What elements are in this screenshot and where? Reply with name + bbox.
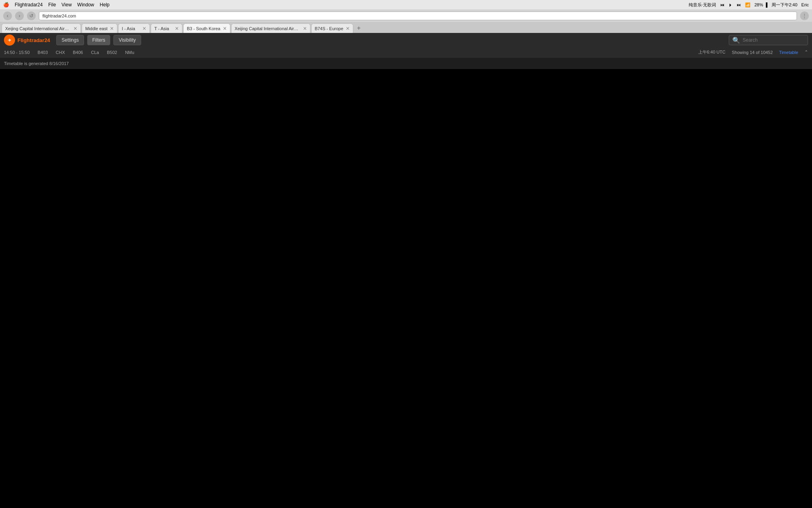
- bottom-bar: 14:50 - 15:50 B403 CHX B406 CLa B502 NMu…: [0, 47, 812, 57]
- help-menu[interactable]: Help: [100, 2, 110, 8]
- window-menu[interactable]: Window: [77, 2, 94, 8]
- tab-close-europe[interactable]: ✕: [346, 26, 350, 31]
- tab-close-beijing2[interactable]: ✕: [303, 26, 307, 31]
- tab-close-i-asia[interactable]: ✕: [142, 26, 146, 31]
- tab-beijing[interactable]: Xeijing Capital International Airport ✕: [2, 23, 81, 33]
- timetable-chevron: ⌃: [804, 50, 808, 55]
- view-menu[interactable]: View: [61, 2, 72, 8]
- mac-status-bar: 纯音乐·无歌词 ⏮ ⏵ ⏭ 📶 28% ▐ 周一下午2:40 Eric: [689, 2, 809, 8]
- visibility-button[interactable]: Visibility: [113, 35, 141, 45]
- item-b403: B403: [38, 50, 48, 55]
- browser-toolbar: ‹ › ↺ flightradar24.com ⋮: [0, 10, 812, 22]
- tab-close-middle-east[interactable]: ✕: [110, 26, 114, 31]
- tab-close-south-korea[interactable]: ✕: [223, 26, 227, 31]
- url-text: flightradar24.com: [42, 13, 76, 18]
- refresh-button[interactable]: ↺: [27, 12, 36, 20]
- browser-chrome: ‹ › ↺ flightradar24.com ⋮ Xeijing Capita…: [0, 10, 812, 33]
- address-bar[interactable]: flightradar24.com: [39, 12, 797, 20]
- media-prev[interactable]: ⏮: [720, 2, 724, 7]
- tab-t-asia[interactable]: T - Asia ✕: [151, 23, 182, 33]
- tab-close-beijing[interactable]: ✕: [73, 26, 77, 31]
- tab-europe[interactable]: B74S - Europe ✕: [311, 23, 353, 33]
- bottom-bar-right: 上午6:40 UTC Showing 14 of 10452 Timetable…: [698, 49, 808, 55]
- browser-tabs: Xeijing Capital International Airport ✕ …: [0, 22, 812, 33]
- tab-beijing2[interactable]: Xeijing Capital International Airport ✕: [231, 23, 310, 33]
- music-info: 纯音乐·无歌词: [689, 2, 716, 8]
- mac-topbar: 🍎 Flightradar24 File View Window Help 纯音…: [0, 0, 812, 10]
- app-name[interactable]: Flightradar24: [15, 2, 43, 8]
- timetable-date-info: Timetable is generated 8/16/2017: [4, 61, 69, 66]
- media-next[interactable]: ⏭: [737, 2, 741, 7]
- settings-button[interactable]: Settings: [56, 35, 84, 45]
- back-button[interactable]: ‹: [3, 12, 12, 20]
- wifi-icon: 📶: [745, 2, 751, 8]
- item-cla: CLa: [91, 50, 99, 55]
- aircraft-count: Showing 14 of 10452: [732, 50, 773, 55]
- new-tab-button[interactable]: +: [354, 23, 364, 33]
- filters-button[interactable]: Filters: [87, 35, 111, 45]
- tab-south-korea[interactable]: B3 - South Korea ✕: [183, 23, 230, 33]
- item-nmu: NMu: [125, 50, 134, 55]
- tab-close-t-asia[interactable]: ✕: [175, 26, 179, 31]
- item-chx: CHX: [56, 50, 65, 55]
- clock: 周一下午2:40: [772, 2, 797, 8]
- forward-button[interactable]: ›: [15, 12, 24, 20]
- tab-middle-east[interactable]: Middle east ✕: [82, 23, 117, 33]
- timebar: Timetable is generated 8/16/2017: [0, 57, 812, 69]
- mac-menu-bar: 🍎 Flightradar24 File View Window Help: [3, 2, 109, 8]
- tab-i-asia[interactable]: I - Asia ✕: [118, 23, 150, 33]
- fr24-toolbar: ✈ Flightradar24 Settings Filters Visibil…: [0, 33, 812, 47]
- fr24-logo-text: Flightradar24: [17, 37, 50, 43]
- search-icon: 🔍: [732, 37, 740, 44]
- extensions-button[interactable]: ⋮: [800, 12, 809, 20]
- search-box[interactable]: 🔍: [729, 35, 808, 45]
- time-range: 14:50 - 15:50: [4, 50, 30, 55]
- item-b502: B502: [107, 50, 117, 55]
- timetable-link[interactable]: Timetable: [779, 50, 798, 55]
- search-input[interactable]: [743, 37, 804, 43]
- media-play[interactable]: ⏵: [728, 2, 733, 7]
- battery-status: 28% ▐: [755, 2, 768, 7]
- fr24-logo: ✈ Flightradar24: [4, 35, 50, 46]
- utc-time: 上午6:40 UTC: [698, 49, 726, 55]
- fr24-logo-icon: ✈: [4, 35, 15, 46]
- file-menu[interactable]: File: [48, 2, 56, 8]
- apple-menu[interactable]: 🍎: [3, 2, 9, 8]
- user-name[interactable]: Eric: [801, 2, 809, 7]
- item-b406: B406: [73, 50, 83, 55]
